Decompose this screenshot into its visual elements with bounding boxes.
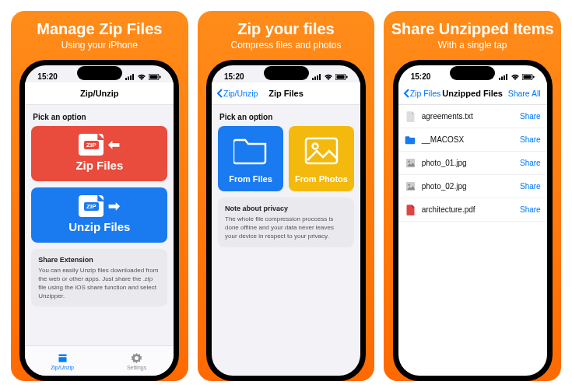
- chevron-left-icon: [403, 89, 409, 98]
- svg-rect-2: [130, 75, 132, 80]
- section-heading: Pick an option: [33, 113, 166, 121]
- status-time: 15:20: [224, 72, 244, 81]
- share-button[interactable]: Share: [520, 205, 541, 214]
- signal-icon: [312, 74, 321, 80]
- signal-icon: [499, 74, 508, 80]
- subhead: With a single tap: [438, 40, 507, 51]
- section-heading: Pick an option: [219, 113, 353, 121]
- info-body: The whole file compression proccess is d…: [225, 215, 347, 240]
- status-time: 15:20: [37, 72, 58, 81]
- nav-bar: Zip/Unzip: [25, 82, 174, 105]
- svg-rect-16: [499, 78, 500, 80]
- headline: Share Unzipped Items: [391, 20, 554, 38]
- share-button[interactable]: Share: [520, 112, 541, 121]
- battery-icon: [522, 74, 535, 80]
- status-icons: [312, 74, 348, 80]
- arrow-left-icon: ⬅: [108, 136, 120, 153]
- svg-point-24: [408, 160, 410, 163]
- arrow-right-icon: ➡: [108, 198, 120, 215]
- unzip-files-card[interactable]: ZIP ➡ Unzip Files: [31, 187, 167, 243]
- unzip-card-title: Unzip Files: [36, 220, 163, 233]
- archive-icon: [57, 352, 68, 364]
- tab-label: Zip/Unzip: [51, 365, 74, 370]
- file-row[interactable]: __MACOSXShare: [398, 128, 547, 152]
- zip-file-icon: ZIP: [79, 195, 104, 217]
- file-type-icon: [405, 110, 416, 122]
- share-button[interactable]: Share: [520, 135, 541, 144]
- file-row[interactable]: photo_02.jpgShare: [398, 175, 547, 198]
- share-button[interactable]: Share: [520, 182, 541, 191]
- svg-point-26: [408, 184, 410, 186]
- tab-zip[interactable]: Zip/Unzip: [25, 346, 100, 376]
- headline: Manage Zip Files: [37, 20, 162, 38]
- svg-rect-12: [337, 75, 345, 79]
- phone-frame: 15:20 Zip/Unzip Pick an option ZIP ⬅ Zi: [19, 60, 179, 381]
- file-name: architecture.pdf: [422, 205, 514, 214]
- file-type-icon: [405, 180, 416, 192]
- svg-rect-22: [533, 75, 535, 78]
- file-row[interactable]: architecture.pdfShare: [398, 198, 547, 222]
- from-photos-card[interactable]: From Photos: [289, 126, 354, 191]
- share-all-button[interactable]: Share All: [508, 89, 541, 98]
- status-icons: [125, 74, 161, 80]
- svg-rect-1: [128, 76, 129, 80]
- svg-rect-5: [150, 75, 158, 79]
- screen: 15:20 Zip/Unzip Pick an option ZIP ⬅ Zi: [25, 65, 174, 376]
- tab-label: Settings: [127, 365, 146, 370]
- gear-icon: [131, 352, 142, 364]
- wifi-icon: [137, 74, 146, 80]
- info-box: Share Extension You can easily Unzip fil…: [31, 249, 167, 306]
- folder-icon: [233, 137, 268, 165]
- status-icons: [499, 74, 535, 80]
- svg-rect-21: [523, 75, 531, 79]
- nav-title: Unzipped Files: [442, 89, 503, 98]
- file-type-icon: [405, 157, 416, 169]
- svg-point-15: [313, 144, 318, 149]
- file-row[interactable]: photo_01.jpgShare: [398, 152, 547, 175]
- file-type-icon: [405, 204, 416, 215]
- photo-icon: [304, 137, 339, 165]
- svg-rect-7: [312, 78, 314, 80]
- phone-frame: 15:20 Zip/Unzip Zip Files Pick an option: [206, 60, 366, 381]
- back-label: Zip/Unzip: [223, 89, 258, 98]
- back-button[interactable]: Zip Files: [403, 89, 441, 98]
- file-type-icon: [405, 134, 416, 145]
- share-button[interactable]: Share: [520, 159, 541, 167]
- info-title: Note about privacy: [225, 204, 347, 213]
- svg-rect-6: [160, 75, 161, 78]
- zip-files-card[interactable]: ZIP ⬅ Zip Files: [31, 126, 167, 181]
- file-name: photo_01.jpg: [422, 159, 514, 167]
- screen: 15:20 Zip/Unzip Zip Files Pick an option: [212, 65, 360, 376]
- subhead: Compress files and photos: [230, 40, 341, 51]
- from-files-card[interactable]: From Files: [218, 126, 283, 191]
- nav-title: Zip/Unzip: [80, 89, 119, 98]
- back-button[interactable]: Zip/Unzip: [216, 89, 258, 98]
- nav-bar: Zip Files Unzipped Files Share All: [398, 82, 547, 105]
- zip-file-icon: ZIP: [79, 134, 104, 156]
- card-title: From Photos: [292, 174, 351, 184]
- info-title: Share Extension: [38, 255, 160, 264]
- svg-rect-17: [501, 76, 503, 80]
- nav-title: Zip Files: [268, 89, 304, 98]
- chevron-left-icon: [216, 89, 223, 98]
- battery-icon: [335, 74, 348, 80]
- wifi-icon: [511, 74, 520, 80]
- dynamic-island: [450, 66, 495, 80]
- svg-rect-18: [504, 75, 505, 80]
- content-area: agreements.txtShare__MACOSXSharephoto_01…: [398, 105, 547, 376]
- phone-frame: 15:20 Zip Files Unzipped Files Share All…: [393, 60, 553, 381]
- headline: Zip your files: [237, 20, 334, 38]
- signal-icon: [125, 74, 135, 80]
- tab-bar: Zip/Unzip Settings: [25, 345, 174, 376]
- card-title: From Files: [221, 174, 280, 184]
- subhead: Using your iPhone: [61, 40, 138, 51]
- file-name: agreements.txt: [422, 112, 514, 121]
- nav-bar: Zip/Unzip Zip Files: [212, 82, 360, 105]
- zip-card-title: Zip Files: [36, 159, 163, 172]
- tab-settings[interactable]: Settings: [100, 346, 174, 376]
- dynamic-island: [264, 66, 309, 80]
- file-name: photo_02.jpg: [422, 182, 514, 191]
- file-row[interactable]: agreements.txtShare: [398, 105, 547, 128]
- back-label: Zip Files: [410, 89, 441, 98]
- promo-panel-1: Manage Zip Files Using your iPhone 15:20…: [11, 11, 188, 381]
